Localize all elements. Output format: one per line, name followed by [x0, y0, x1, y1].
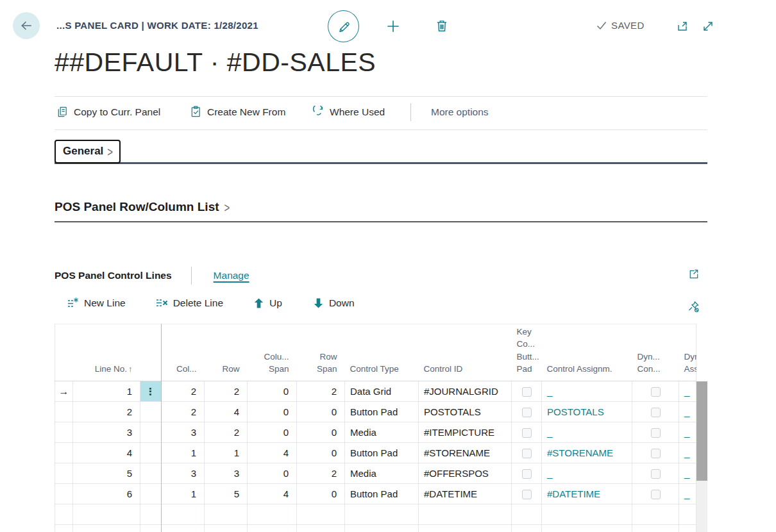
- row-span-cell[interactable]: [297, 525, 345, 532]
- new-line-button[interactable]: New Line: [67, 297, 126, 309]
- row-span-cell[interactable]: 0: [297, 484, 345, 504]
- control-id-cell[interactable]: #OFFERSPOS: [419, 463, 512, 484]
- control-assignm-cell[interactable]: POSTOTALS: [542, 402, 632, 422]
- dyn-assi-link[interactable]: _: [684, 386, 689, 397]
- header-dyn-con[interactable]: Dyn... Con...: [632, 324, 679, 381]
- key-command-button-pad-checkbox[interactable]: [522, 428, 532, 438]
- control-id-cell[interactable]: POSTOTALS: [419, 402, 512, 422]
- col-cell[interactable]: 2: [162, 381, 205, 402]
- control-line-row[interactable]: 53302Media#OFFERSPOS__: [55, 463, 696, 484]
- dyn-assi-cell[interactable]: _: [679, 422, 696, 443]
- header-col[interactable]: Col...: [162, 324, 205, 381]
- line-no-cell[interactable]: 5: [73, 463, 140, 484]
- key-command-button-pad-checkbox[interactable]: [522, 490, 532, 499]
- control-id-cell[interactable]: #JOURNALGRID: [419, 381, 512, 402]
- header-column-span[interactable]: Colu... Span: [248, 324, 297, 381]
- control-assignm-cell[interactable]: _: [542, 463, 632, 484]
- control-type-cell[interactable]: Media: [345, 463, 419, 484]
- dyn-con-cell[interactable]: [632, 504, 679, 525]
- row-span-cell[interactable]: 0: [297, 443, 345, 463]
- row-cell[interactable]: 5: [205, 484, 248, 504]
- dyn-assi-link[interactable]: _: [684, 447, 689, 458]
- control-line-row[interactable]: 61540Button Pad#DATETIME#DATETIME_: [55, 484, 696, 504]
- dyn-con-cell[interactable]: [632, 525, 679, 532]
- row-span-cell[interactable]: 2: [297, 381, 345, 402]
- control-type-cell[interactable]: Media: [345, 422, 419, 443]
- section-header-row-column-list[interactable]: POS Panel Row/Column List >: [55, 200, 230, 214]
- empty-row[interactable]: [55, 525, 696, 532]
- row-cell[interactable]: [205, 504, 248, 525]
- dyn-con-cell[interactable]: [632, 402, 679, 422]
- control-assignm-cell[interactable]: _: [542, 381, 632, 402]
- column-span-cell[interactable]: 0: [248, 381, 297, 402]
- col-cell[interactable]: 3: [162, 463, 205, 484]
- dyn-con-cell[interactable]: [632, 381, 679, 402]
- control-line-row[interactable]: 22400Button PadPOSTOTALSPOSTOTALS_: [55, 402, 696, 422]
- resize-window-button[interactable]: [702, 20, 714, 33]
- control-id-cell[interactable]: [419, 525, 512, 532]
- key-command-button-pad-cell[interactable]: [512, 422, 542, 443]
- key-command-button-pad-checkbox[interactable]: [522, 469, 532, 479]
- dyn-con-cell[interactable]: [632, 443, 679, 463]
- control-id-cell[interactable]: #STORENAME: [419, 443, 512, 463]
- control-type-cell[interactable]: [345, 504, 419, 525]
- row-menu-icon[interactable]: ⋮: [146, 386, 156, 397]
- column-span-cell[interactable]: 4: [248, 484, 297, 504]
- line-no-cell[interactable]: 6: [73, 484, 140, 504]
- control-assignm-link[interactable]: #DATETIME: [547, 488, 600, 499]
- key-command-button-pad-checkbox[interactable]: [522, 449, 532, 458]
- open-in-new-window-button[interactable]: [676, 20, 689, 33]
- col-cell[interactable]: [162, 525, 205, 532]
- line-no-cell[interactable]: [73, 525, 140, 532]
- where-used-button[interactable]: Where Used: [312, 106, 385, 118]
- move-down-button[interactable]: Down: [313, 297, 355, 309]
- header-control-assignm[interactable]: Control Assignm.: [542, 324, 632, 381]
- row-span-cell[interactable]: 0: [297, 422, 345, 443]
- row-cell[interactable]: 2: [205, 381, 248, 402]
- copy-to-curr-panel-button[interactable]: Copy to Curr. Panel: [56, 106, 160, 118]
- dyn-assi-link[interactable]: _: [684, 406, 689, 417]
- line-no-cell[interactable]: [73, 504, 140, 525]
- control-assignm-link[interactable]: _: [547, 468, 552, 479]
- row-span-cell[interactable]: 2: [297, 463, 345, 484]
- dyn-assi-link[interactable]: _: [684, 468, 689, 479]
- control-assignm-cell[interactable]: #STORENAME: [542, 443, 632, 463]
- dyn-con-cell[interactable]: [632, 484, 679, 504]
- dyn-assi-cell[interactable]: _: [679, 402, 696, 422]
- control-assignm-link[interactable]: _: [547, 427, 552, 438]
- control-type-cell[interactable]: Button Pad: [345, 402, 419, 422]
- column-span-cell[interactable]: 0: [248, 402, 297, 422]
- dyn-assi-cell[interactable]: _: [679, 463, 696, 484]
- dyn-assi-cell[interactable]: _: [679, 484, 696, 504]
- control-type-cell[interactable]: Button Pad: [345, 484, 419, 504]
- section-header-general[interactable]: General >: [55, 140, 121, 163]
- unpin-part-button[interactable]: [687, 301, 700, 313]
- control-assignm-link[interactable]: #STORENAME: [547, 447, 613, 458]
- row-cell[interactable]: [205, 525, 248, 532]
- column-span-cell[interactable]: 0: [248, 422, 297, 443]
- col-cell[interactable]: [162, 504, 205, 525]
- header-control-id[interactable]: Control ID: [419, 324, 512, 381]
- header-line-no[interactable]: Line No.↑: [73, 324, 140, 381]
- col-cell[interactable]: 1: [162, 443, 205, 463]
- column-span-cell[interactable]: 0: [248, 463, 297, 484]
- dyn-assi-cell[interactable]: _: [679, 381, 696, 402]
- more-options-button[interactable]: More options: [431, 106, 489, 118]
- dyn-con-checkbox[interactable]: [651, 449, 661, 458]
- control-type-cell[interactable]: Data Grid: [345, 381, 419, 402]
- new-button[interactable]: [385, 18, 401, 35]
- control-assignm-cell[interactable]: [542, 504, 632, 525]
- column-span-cell[interactable]: [248, 504, 297, 525]
- header-row-span[interactable]: Row Span: [297, 324, 345, 381]
- control-line-row[interactable]: 41140Button Pad#STORENAME#STORENAME_: [55, 443, 696, 463]
- control-type-cell[interactable]: [345, 525, 419, 532]
- control-line-row[interactable]: →1⋮2202Data Grid#JOURNALGRID__: [55, 381, 696, 402]
- dyn-assi-cell[interactable]: [679, 525, 696, 532]
- dyn-con-checkbox[interactable]: [651, 408, 661, 417]
- row-span-cell[interactable]: [297, 504, 345, 525]
- column-span-cell[interactable]: 4: [248, 443, 297, 463]
- column-span-cell[interactable]: [248, 525, 297, 532]
- control-id-cell[interactable]: [419, 504, 512, 525]
- header-key-command-button-pad[interactable]: Key Co... Butt... Pad: [512, 324, 542, 381]
- dyn-assi-link[interactable]: _: [684, 488, 689, 499]
